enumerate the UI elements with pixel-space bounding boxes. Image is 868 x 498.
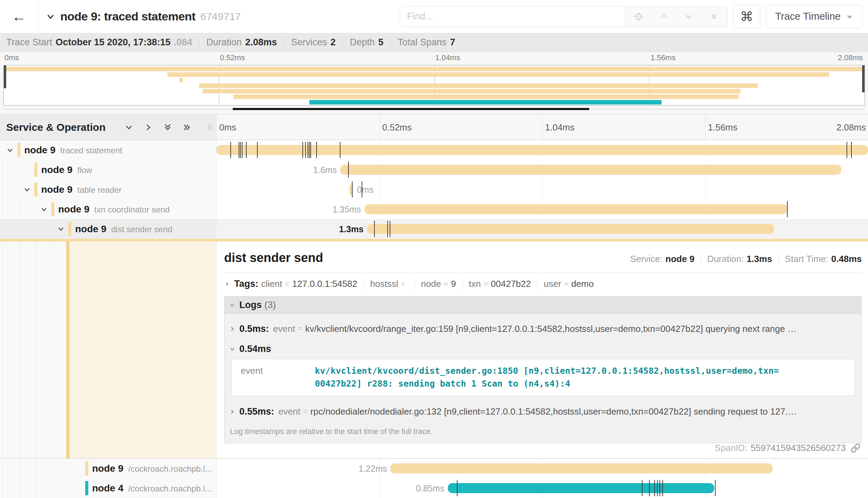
chevron-down-icon xyxy=(846,13,853,20)
timeline-gridline xyxy=(379,478,380,498)
log-field-key: event xyxy=(273,324,295,334)
summary-separator xyxy=(199,38,200,47)
chevron-up-icon[interactable] xyxy=(659,12,668,21)
chevron-down-icon[interactable] xyxy=(57,225,65,233)
span-bar[interactable] xyxy=(216,145,868,155)
tree-guide-line xyxy=(19,478,19,498)
span-service-name: node 9 xyxy=(58,204,89,215)
chevron-down-icon[interactable] xyxy=(46,12,55,21)
span-row-timeline[interactable]: 1.6ms xyxy=(216,160,868,180)
span-row-tree[interactable]: node 9flow xyxy=(0,160,216,180)
span-row[interactable]: node 9flow1.6ms xyxy=(0,160,868,180)
expand-one-icon[interactable] xyxy=(144,123,153,132)
span-row-tree[interactable]: node 9table reader xyxy=(0,180,216,199)
collapse-all-icon[interactable] xyxy=(163,123,172,132)
span-bar[interactable] xyxy=(364,204,787,214)
tree-guide-line xyxy=(19,239,19,458)
minimap-canvas[interactable] xyxy=(3,65,865,106)
axis-tick-label: 1.04ms xyxy=(434,53,460,62)
span-row-timeline[interactable]: 0ms xyxy=(216,180,868,199)
expand-all-icon[interactable] xyxy=(183,123,192,132)
logs-header[interactable]: Logs (3) xyxy=(224,297,861,314)
keyboard-shortcuts-button[interactable]: ⌘ xyxy=(733,5,760,28)
span-row-tree[interactable]: node 9traced statement xyxy=(0,140,216,160)
log-marker-tick xyxy=(787,201,788,217)
minimap-span-bar xyxy=(179,78,183,82)
span-bar[interactable] xyxy=(390,463,773,473)
span-row-timeline[interactable]: 1.3ms xyxy=(216,219,868,239)
tags-row[interactable]: Tags: client=127.0.0.1:54582hostssl=node… xyxy=(224,279,862,289)
chevron-down-icon[interactable] xyxy=(40,206,48,213)
span-operation-name: txn coordinator send xyxy=(94,205,169,215)
log-marker-tick xyxy=(662,480,663,496)
span-row-timeline[interactable] xyxy=(216,140,868,160)
log-marker-tick xyxy=(642,480,643,496)
find-input[interactable] xyxy=(400,7,625,27)
tree-guide-line xyxy=(2,239,3,458)
link-icon[interactable] xyxy=(851,443,860,453)
trace-view-selector[interactable]: Trace Timeline xyxy=(766,5,862,28)
span-operation-name: dist sender send xyxy=(111,225,172,234)
viewport-drag-handle-right[interactable] xyxy=(862,65,865,92)
tag-separator xyxy=(462,279,463,289)
collapse-one-icon[interactable] xyxy=(124,123,133,132)
span-detail-meta: Service:node 9Duration:1.3msStart Time:0… xyxy=(630,254,862,264)
logs-footer-note: Log timestamps are relative to the start… xyxy=(224,422,861,442)
command-icon: ⌘ xyxy=(740,9,753,24)
span-row[interactable]: node 9/cockroach.roachpb.l...1.22ms xyxy=(0,459,868,478)
timeline-gridline xyxy=(379,180,380,199)
tag-key: txn xyxy=(469,279,481,289)
span-row-tree[interactable]: node 9dist sender send xyxy=(0,219,216,239)
log-marker-tick xyxy=(847,142,847,158)
chevron-down-icon[interactable] xyxy=(6,146,14,154)
minimap-span-bar xyxy=(233,94,739,99)
viewport-drag-handle-left[interactable] xyxy=(4,65,6,88)
tag-separator xyxy=(414,279,415,289)
column-resizer-handle[interactable] xyxy=(209,125,212,130)
span-row[interactable]: node 9dist sender send1.3ms xyxy=(0,219,868,239)
log-timestamp: 0.54ms xyxy=(239,344,271,354)
back-button[interactable]: ← xyxy=(0,0,38,33)
meta-label: Start Time: xyxy=(785,254,829,264)
span-bar[interactable] xyxy=(448,483,714,493)
log-marker-tick xyxy=(352,181,353,198)
minimap-scrollbar[interactable] xyxy=(3,109,865,110)
span-row[interactable]: node 9txn coordinator send1.35ms xyxy=(0,199,868,219)
span-row-tree[interactable]: node 4/cockroach.roachpb.l... xyxy=(0,478,216,498)
tag-key: node xyxy=(421,279,441,289)
span-operation-name: traced statement xyxy=(60,146,122,155)
tree-guide-line xyxy=(36,478,36,498)
log-marker-tick xyxy=(309,142,310,158)
span-row-tree[interactable]: node 9txn coordinator send xyxy=(0,199,216,219)
span-row-timeline[interactable]: 1.35ms xyxy=(216,199,868,219)
log-fields-table: eventkv/kvclient/kvcoord/dist_sender.go:… xyxy=(231,359,854,396)
span-row-tree[interactable]: node 9/cockroach.roachpb.l... xyxy=(0,459,216,478)
span-row[interactable]: node 9table reader0ms xyxy=(0,180,868,199)
span-color-stripe xyxy=(66,239,70,458)
tree-guide-line xyxy=(19,459,19,478)
span-row-timeline[interactable]: 0.85ms xyxy=(216,478,868,498)
span-row[interactable]: node 9traced statement xyxy=(0,140,868,160)
meta-value: node 9 xyxy=(665,254,694,264)
log-entry[interactable]: 0.5ms:event=kv/kvclient/kvcoord/range_it… xyxy=(224,318,861,339)
close-icon[interactable] xyxy=(709,12,718,21)
tree-guide-line xyxy=(19,219,19,239)
span-row-timeline[interactable]: 1.22ms xyxy=(216,459,868,478)
locate-icon[interactable] xyxy=(634,12,644,21)
axis-tick-label: 0ms xyxy=(3,53,19,62)
chevron-down-icon[interactable] xyxy=(684,12,693,21)
span-rows-top: node 9traced statementnode 9flow1.6msnod… xyxy=(0,140,868,239)
trace-title-group[interactable]: node 9: traced statement 6749717 xyxy=(46,10,241,23)
log-timestamp: 0.55ms: xyxy=(239,406,274,417)
log-marker-tick xyxy=(659,480,660,496)
minimap-scroll-thumb[interactable] xyxy=(233,108,590,110)
summary-separator xyxy=(390,38,391,47)
span-bar[interactable] xyxy=(340,165,841,175)
span-row[interactable]: node 4/cockroach.roachpb.l...0.85ms xyxy=(0,478,868,498)
span-operation-name: /cockroach.roachpb.l... xyxy=(128,464,212,474)
log-entry[interactable]: 0.55ms:event=rpc/nodedialer/nodedialer.g… xyxy=(224,401,861,422)
span-bar[interactable] xyxy=(367,224,774,234)
chevron-down-icon[interactable] xyxy=(23,186,31,193)
chevron-down-icon xyxy=(229,302,235,308)
log-entry-expanded-header[interactable]: 0.54ms xyxy=(224,339,861,358)
